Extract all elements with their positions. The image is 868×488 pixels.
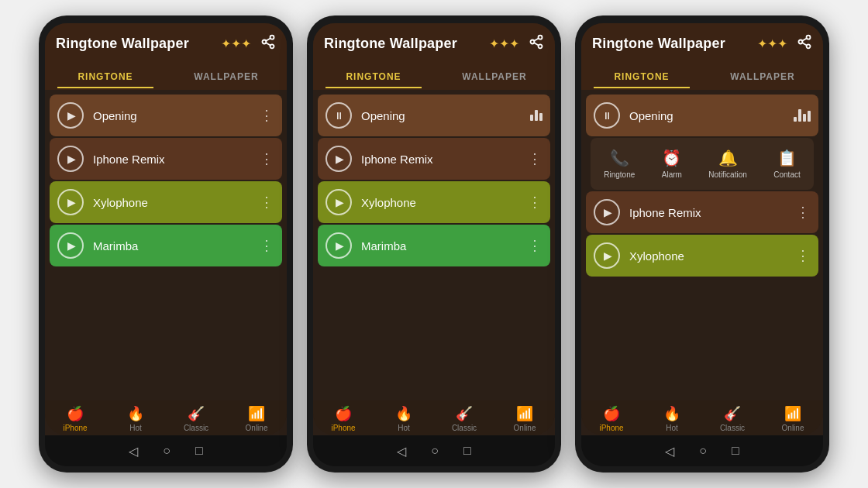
play-btn-marimba-1[interactable]: ▶ — [57, 232, 84, 259]
more-icon-iphone-2[interactable]: ⋮ — [528, 150, 542, 167]
recents-btn-1[interactable]: □ — [195, 444, 203, 458]
recents-btn-2[interactable]: □ — [463, 444, 471, 458]
play-btn-xylophone-1[interactable]: ▶ — [57, 189, 84, 215]
song-item-iphone-3[interactable]: ▶ Iphone Remix ⋮ — [586, 191, 818, 233]
header-icons-1: ✦✦✦ — [221, 34, 276, 53]
song-name-marimba-2: Marimba — [361, 239, 518, 253]
song-item-xylophone-3[interactable]: ▶ Xylophone ⋮ — [586, 235, 818, 277]
nav-online-3[interactable]: 📶 Online — [763, 405, 823, 432]
home-btn-3[interactable]: ○ — [699, 444, 707, 458]
hot-label-1: Hot — [129, 424, 142, 432]
song-item-opening-3[interactable]: ⏸ Opening — [586, 95, 818, 136]
more-icon-opening-1[interactable]: ⋮ — [260, 107, 274, 124]
more-icon-xylophone-2[interactable]: ⋮ — [528, 194, 542, 211]
play-btn-opening-1[interactable]: ▶ — [57, 102, 84, 129]
song-name-iphone-2: Iphone Remix — [361, 153, 518, 166]
contact-icon: 📋 — [777, 149, 797, 167]
audio-bars-2 — [530, 110, 542, 121]
play-btn-xylophone-3[interactable]: ▶ — [594, 242, 620, 269]
phone-3: Ringtone Wallpaper ✦✦✦ RINGTONE WALLPAPE… — [575, 15, 829, 473]
song-item-opening-2[interactable]: ⏸ Opening — [318, 95, 550, 136]
song-item-iphone-1[interactable]: ▶ Iphone Remix ⋮ — [50, 138, 282, 180]
header-icons-2: ✦✦✦ — [489, 34, 544, 53]
song-item-marimba-1[interactable]: ▶ Marimba ⋮ — [50, 225, 282, 266]
tab-wallpaper-2[interactable]: WALLPAPER — [434, 64, 555, 88]
play-btn-iphone-2[interactable]: ▶ — [326, 146, 352, 172]
action-contact[interactable]: 📋 Contact — [767, 144, 806, 184]
play-icon-9: ▶ — [604, 249, 612, 262]
back-btn-1[interactable]: ◁ — [129, 444, 138, 459]
nav-iphone-2[interactable]: 🍎 iPhone — [313, 405, 374, 432]
play-btn-marimba-2[interactable]: ▶ — [326, 232, 352, 259]
online-label-1: Online — [246, 424, 268, 432]
action-alarm[interactable]: ⏰ Alarm — [656, 144, 688, 184]
share-icon-2[interactable] — [529, 34, 544, 53]
classic-label-2: Classic — [452, 424, 477, 432]
play-icon-6: ▶ — [336, 196, 344, 208]
songs-list-2: ⏸ Opening ▶ Iphone Remix ⋮ — [313, 90, 555, 400]
songs-list-3: ⏸ Opening 📞 Ringtone ⏰ Alarm — [581, 90, 823, 400]
nav-iphone-1[interactable]: 🍎 iPhone — [45, 405, 105, 432]
back-btn-3[interactable]: ◁ — [665, 444, 674, 459]
song-name-opening-2: Opening — [361, 109, 521, 122]
play-btn-xylophone-2[interactable]: ▶ — [326, 189, 352, 215]
share-icon-1[interactable] — [260, 34, 276, 53]
home-btn-1[interactable]: ○ — [163, 444, 170, 458]
nav-iphone-3[interactable]: 🍎 iPhone — [581, 405, 642, 432]
more-icon-xylophone-3[interactable]: ⋮ — [796, 247, 811, 264]
share-icon-3[interactable] — [797, 34, 812, 53]
hot-label-3: Hot — [666, 424, 678, 432]
nav-classic-1[interactable]: 🎸 Classic — [166, 405, 226, 432]
song-item-opening-1[interactable]: ▶ Opening ⋮ — [50, 95, 282, 136]
pause-icon-3: ⏸ — [602, 110, 612, 122]
nav-hot-1[interactable]: 🔥 Hot — [105, 405, 166, 432]
svg-line-8 — [534, 43, 539, 45]
pause-btn-opening-3[interactable]: ⏸ — [594, 102, 620, 129]
nav-hot-2[interactable]: 🔥 Hot — [374, 405, 434, 432]
back-btn-2[interactable]: ◁ — [397, 444, 406, 459]
nav-online-2[interactable]: 📶 Online — [494, 405, 555, 432]
recents-btn-3[interactable]: □ — [732, 444, 739, 458]
song-name-opening-3: Opening — [629, 109, 784, 122]
tab-wallpaper-3[interactable]: WALLPAPER — [702, 64, 823, 88]
alarm-icon: ⏰ — [662, 149, 681, 167]
audio-bars-3 — [794, 109, 811, 122]
notification-icon: 🔔 — [718, 149, 738, 167]
online-icon-1: 📶 — [248, 405, 265, 422]
android-nav-1: ◁ ○ □ — [45, 435, 287, 466]
tab-ringtone-2[interactable]: RINGTONE — [313, 64, 434, 88]
action-notification[interactable]: 🔔 Notification — [702, 144, 753, 184]
song-item-marimba-2[interactable]: ▶ Marimba ⋮ — [318, 225, 550, 266]
app-header-3: Ringtone Wallpaper ✦✦✦ — [581, 23, 823, 64]
more-icon-marimba-2[interactable]: ⋮ — [528, 237, 542, 254]
more-icon-iphone-3[interactable]: ⋮ — [796, 204, 811, 221]
action-ringtone[interactable]: 📞 Ringtone — [598, 144, 641, 184]
home-btn-2[interactable]: ○ — [431, 444, 439, 458]
song-item-xylophone-1[interactable]: ▶ Xylophone ⋮ — [50, 181, 282, 223]
song-item-iphone-2[interactable]: ▶ Iphone Remix ⋮ — [318, 138, 550, 180]
svg-line-3 — [266, 43, 270, 45]
play-btn-iphone-1[interactable]: ▶ — [57, 146, 84, 172]
more-icon-xylophone-1[interactable]: ⋮ — [260, 194, 274, 211]
nav-classic-2[interactable]: 🎸 Classic — [434, 405, 494, 432]
online-icon-2: 📶 — [516, 405, 533, 422]
more-icon-marimba-1[interactable]: ⋮ — [260, 237, 274, 254]
tabs-bar-3: RINGTONE WALLPAPER — [581, 64, 823, 90]
song-item-xylophone-2[interactable]: ▶ Xylophone ⋮ — [318, 181, 550, 223]
tab-ringtone-3[interactable]: RINGTONE — [581, 64, 702, 88]
tab-wallpaper-1[interactable]: WALLPAPER — [166, 64, 287, 88]
app-header-1: Ringtone Wallpaper ✦✦✦ — [45, 23, 287, 64]
play-icon-2: ▶ — [67, 153, 76, 165]
more-icon-iphone-1[interactable]: ⋮ — [260, 150, 274, 167]
nav-online-1[interactable]: 📶 Online — [226, 405, 287, 432]
hot-icon-3: 🔥 — [663, 405, 680, 422]
online-label-3: Online — [782, 424, 804, 432]
pause-btn-opening-2[interactable]: ⏸ — [326, 102, 352, 129]
nav-classic-3[interactable]: 🎸 Classic — [702, 405, 763, 432]
bottom-nav-2: 🍎 iPhone 🔥 Hot 🎸 Classic 📶 Online — [313, 400, 555, 435]
tab-ringtone-1[interactable]: RINGTONE — [45, 64, 166, 88]
nav-hot-3[interactable]: 🔥 Hot — [642, 405, 702, 432]
star-icon-2: ✦✦✦ — [489, 36, 519, 51]
app-title-2: Ringtone Wallpaper — [324, 36, 457, 52]
play-btn-iphone-3[interactable]: ▶ — [594, 199, 620, 225]
